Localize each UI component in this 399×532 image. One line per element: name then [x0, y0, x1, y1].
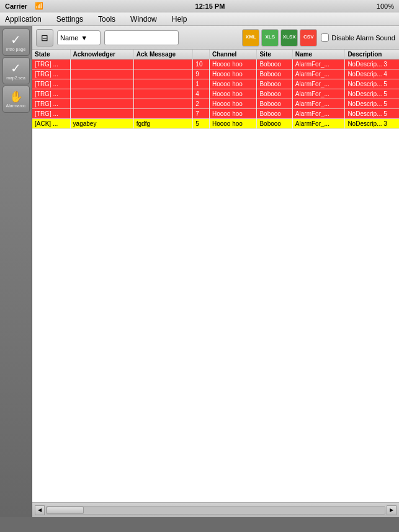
disable-sound-control: Disable Alarm Sound — [321, 33, 395, 42]
time-display: 12:15 PM — [195, 2, 225, 10]
col-site: Site — [257, 50, 292, 60]
col-description: Description — [345, 50, 399, 60]
table-row[interactable]: [TRG] ...9Hoooo hooBoboooAlarmFor_...NoD… — [32, 69, 399, 79]
table-cell: [ACK] ... — [32, 119, 70, 129]
menu-application[interactable]: Application — [2, 14, 44, 25]
table-cell: AlarmFor_... — [292, 99, 345, 109]
table-cell — [133, 79, 193, 89]
table-cell: NoDescrip... 5 — [345, 109, 399, 119]
hand-icon: ✋ — [9, 91, 23, 102]
table-cell — [70, 89, 133, 99]
table-cell — [133, 69, 193, 79]
menu-settings[interactable]: Settings — [54, 14, 86, 25]
name-dropdown[interactable]: Name ▼ — [57, 30, 101, 45]
scroll-right-button[interactable]: ▶ — [387, 505, 397, 515]
table-cell: 9 — [193, 69, 210, 79]
filter-button[interactable]: ⊟ — [36, 29, 53, 47]
table-cell: Bobooo — [257, 109, 292, 119]
scrollbar-thumb[interactable] — [47, 507, 84, 514]
check-icon-2: ✓ — [11, 62, 21, 74]
export-xml-button[interactable]: XML — [242, 29, 259, 47]
table-cell: 10 — [193, 60, 210, 69]
col-name: Name — [292, 50, 345, 60]
table-cell: AlarmFor_... — [292, 69, 345, 79]
scrollbar-track[interactable] — [46, 506, 385, 515]
table-row[interactable]: [TRG] ...10Hoooo hooBoboooAlarmFor_...No… — [32, 60, 399, 69]
table-cell: yagabey — [70, 119, 133, 129]
sidebar: ✓ intro page ✓ map2.sea ✋ Alarmaroc — [0, 26, 32, 517]
alarm-table: State Acknowledger Ack Message Channel S… — [32, 50, 399, 129]
table-cell — [133, 60, 193, 69]
table-row[interactable]: [TRG] ...4Hoooo hooBoboooAlarmFor_...NoD… — [32, 89, 399, 99]
check-icon: ✓ — [11, 33, 21, 46]
toolbar: ⊟ Name ▼ XML XLS XLSX CSV Disable Alarm … — [32, 26, 399, 50]
sidebar-label-alarmaroc: Alarmaroc — [6, 104, 26, 108]
export-xlsx-button[interactable]: XLSX — [280, 29, 298, 47]
col-num — [193, 50, 210, 60]
table-cell: AlarmFor_... — [292, 79, 345, 89]
export-buttons: XML XLS XLSX CSV — [242, 29, 317, 47]
table-cell — [133, 89, 193, 99]
sidebar-label-map2: map2.sea — [6, 76, 25, 80]
alarm-table-container[interactable]: State Acknowledger Ack Message Channel S… — [32, 50, 399, 502]
table-row[interactable]: [TRG] ...2Hoooo hooBoboooAlarmFor_...NoD… — [32, 99, 399, 109]
table-cell: [TRG] ... — [32, 99, 70, 109]
table-cell: 1 — [193, 79, 210, 89]
table-cell: Bobooo — [257, 69, 292, 79]
table-cell — [133, 99, 193, 109]
table-cell: AlarmFor_... — [292, 89, 345, 99]
export-xls-button[interactable]: XLS — [261, 29, 279, 47]
table-cell — [70, 69, 133, 79]
table-cell: Bobooo — [257, 119, 292, 129]
content-area: ⊟ Name ▼ XML XLS XLSX CSV Disable Alarm … — [32, 26, 399, 517]
table-cell: 2 — [193, 99, 210, 109]
battery-label: 100% — [377, 2, 394, 10]
table-cell: Bobooo — [257, 89, 292, 99]
table-cell — [70, 60, 133, 69]
main-layout: ✓ intro page ✓ map2.sea ✋ Alarmaroc ⊟ Na… — [0, 26, 399, 517]
menu-bar: Application Settings Tools Window Help — [0, 12, 399, 26]
os-bar-left: Carrier 📶 — [5, 2, 43, 10]
col-acknowledger: Acknowledger — [70, 50, 133, 60]
table-row[interactable]: [ACK] ...yagabeyfgdfg5Hoooo hooBoboooAla… — [32, 119, 399, 129]
col-state: State — [32, 50, 70, 60]
carrier-label: Carrier — [5, 2, 27, 10]
export-csv-button[interactable]: CSV — [300, 29, 317, 47]
table-cell: 5 — [193, 119, 210, 129]
table-cell: [TRG] ... — [32, 60, 70, 69]
scroll-left-button[interactable]: ◀ — [35, 505, 45, 515]
table-cell: NoDescrip... 3 — [345, 119, 399, 129]
table-cell: AlarmFor_... — [292, 109, 345, 119]
table-cell: NoDescrip... 4 — [345, 69, 399, 79]
bottom-scrollbar[interactable]: ◀ ▶ — [32, 502, 399, 517]
name-dropdown-label: Name — [60, 34, 78, 42]
table-cell: AlarmFor_... — [292, 119, 345, 129]
os-status-bar: Carrier 📶 12:15 PM 100% — [0, 0, 399, 12]
sidebar-label-intro: intro page — [6, 47, 25, 51]
menu-window[interactable]: Window — [128, 14, 159, 25]
chevron-down-icon: ▼ — [81, 34, 87, 42]
menu-tools[interactable]: Tools — [96, 14, 118, 25]
table-cell: [TRG] ... — [32, 109, 70, 119]
table-cell: Hoooo hoo — [209, 109, 257, 119]
table-cell: Hoooo hoo — [209, 79, 257, 89]
disable-sound-label: Disable Alarm Sound — [331, 34, 395, 42]
table-header-row: State Acknowledger Ack Message Channel S… — [32, 50, 399, 60]
table-cell — [70, 79, 133, 89]
search-input[interactable] — [104, 30, 179, 45]
table-cell: Bobooo — [257, 99, 292, 109]
col-channel: Channel — [209, 50, 257, 60]
table-row[interactable]: [TRG] ...7Hoooo hooBoboooAlarmFor_...NoD… — [32, 109, 399, 119]
wifi-icon: 📶 — [35, 2, 43, 10]
sidebar-item-alarmaroc[interactable]: ✋ Alarmaroc — [2, 86, 30, 113]
table-cell: Bobooo — [257, 60, 292, 69]
table-cell: [TRG] ... — [32, 69, 70, 79]
sidebar-item-map2-sea[interactable]: ✓ map2.sea — [2, 57, 30, 84]
table-cell: 4 — [193, 89, 210, 99]
disable-sound-checkbox[interactable] — [321, 33, 329, 42]
table-cell: 7 — [193, 109, 210, 119]
table-cell: Hoooo hoo — [209, 119, 257, 129]
menu-help[interactable]: Help — [169, 14, 190, 25]
sidebar-item-intro-page[interactable]: ✓ intro page — [2, 29, 30, 56]
table-row[interactable]: [TRG] ...1Hoooo hooBoboooAlarmFor_...NoD… — [32, 79, 399, 89]
